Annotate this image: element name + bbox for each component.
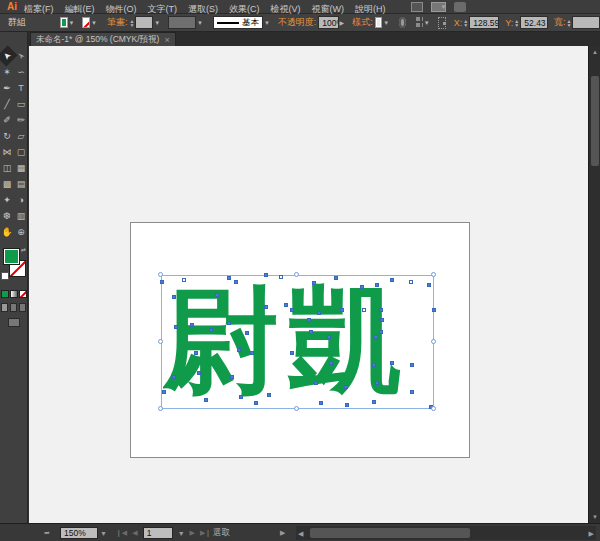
scroll-down-icon[interactable]: ▼ (589, 511, 600, 523)
anchor-point[interactable] (432, 308, 436, 312)
draw-normal-button[interactable] (1, 303, 8, 312)
width-field[interactable] (572, 16, 600, 29)
anchor-point[interactable] (284, 303, 288, 307)
bounding-box-handle[interactable] (431, 272, 436, 277)
anchor-point[interactable] (340, 308, 344, 312)
pencil-tool[interactable]: ✏ (14, 112, 28, 128)
anchor-point[interactable] (319, 401, 323, 405)
anchor-point[interactable] (372, 363, 376, 367)
chevron-right-icon[interactable]: ▶ (340, 19, 345, 26)
default-fill-stroke-icon[interactable] (1, 272, 9, 280)
chevron-down-icon[interactable]: ▼ (154, 20, 160, 26)
bounding-box-handle[interactable] (294, 272, 299, 277)
document-tab[interactable]: 未命名-1* @ 150% (CMYK/預視) × (30, 32, 176, 46)
anchor-point[interactable] (230, 375, 234, 379)
horizontal-scrollbar[interactable]: ◀ ▶ (296, 526, 596, 540)
chevron-down-icon[interactable]: ▼ (424, 20, 430, 26)
close-icon[interactable]: × (164, 35, 169, 45)
align-icon[interactable] (416, 17, 423, 28)
anchor-point[interactable] (264, 273, 268, 277)
last-artboard-icon[interactable]: ▶❙ (200, 529, 211, 537)
color-button[interactable] (1, 290, 9, 298)
magic-wand-tool[interactable]: ✶ (0, 64, 14, 80)
blend-tool[interactable]: ◑ (14, 192, 28, 208)
anchor-point[interactable] (182, 278, 186, 282)
fill-color-swatch[interactable] (60, 17, 68, 28)
brush-definition-dropdown[interactable]: 基本 (213, 16, 263, 29)
menu-item[interactable]: 物件(O) (106, 4, 137, 14)
anchor-point[interactable] (374, 335, 378, 339)
anchor-point[interactable] (227, 276, 231, 280)
anchor-point[interactable] (375, 283, 379, 287)
y-stepper[interactable]: ▲▼ (514, 19, 519, 27)
anchor-point[interactable] (197, 371, 201, 375)
width-stepper[interactable]: ▲▼ (566, 19, 571, 27)
anchor-point[interactable] (329, 361, 333, 365)
vertical-scroll-thumb[interactable] (591, 76, 599, 166)
anchor-point[interactable] (254, 401, 258, 405)
pen-tool[interactable]: ✒ (0, 80, 14, 96)
anchor-point[interactable] (162, 390, 166, 394)
anchor-point[interactable] (312, 281, 316, 285)
bounding-box-handle[interactable] (158, 406, 163, 411)
swap-fill-stroke-icon[interactable]: ⇄ (21, 246, 26, 253)
bounding-box-handle[interactable] (294, 406, 299, 411)
bounding-box-handle[interactable] (431, 406, 436, 411)
anchor-point[interactable] (317, 311, 321, 315)
anchor-point[interactable] (390, 278, 394, 282)
zoom-level-field[interactable]: 150% (60, 527, 98, 539)
scroll-right-icon[interactable]: ▶ (589, 530, 594, 538)
anchor-point[interactable] (204, 398, 208, 402)
screen-mode-button[interactable] (8, 318, 20, 327)
anchor-point[interactable] (237, 348, 241, 352)
anchor-point[interactable] (279, 275, 283, 279)
free-transform-tool[interactable]: ▢ (14, 144, 28, 160)
width-tool[interactable]: ⋈ (0, 144, 14, 160)
bounding-box-handle[interactable] (158, 272, 163, 277)
lasso-tool[interactable]: ∽ (14, 64, 28, 80)
arrange-documents-icon[interactable] (411, 2, 423, 12)
anchor-point[interactable] (174, 325, 178, 329)
scroll-left-icon[interactable]: ◀ (298, 530, 303, 538)
anchor-point[interactable] (250, 351, 254, 355)
menu-item[interactable]: 視窗(W) (312, 4, 345, 14)
anchor-point[interactable] (410, 363, 414, 367)
anchor-point[interactable] (194, 351, 198, 355)
x-stepper[interactable]: ▲▼ (463, 19, 468, 27)
y-field[interactable]: 52.43 mm (520, 16, 548, 29)
shape-builder-tool[interactable]: ◫ (0, 160, 14, 176)
fill-swatch[interactable] (3, 248, 20, 265)
anchor-point[interactable] (334, 276, 338, 280)
previous-artboard-icon[interactable]: ◀ (132, 529, 137, 537)
anchor-point[interactable] (209, 328, 213, 332)
vertical-scrollbar[interactable]: ▲ ▼ (588, 46, 600, 523)
next-artboard-icon[interactable]: ▶ (190, 529, 195, 537)
chevron-down-icon[interactable]: ▼ (69, 20, 75, 26)
anchor-point[interactable] (264, 305, 268, 309)
anchor-point[interactable] (314, 381, 318, 385)
anchor-point[interactable] (234, 280, 238, 284)
width-profile-dropdown[interactable] (168, 16, 196, 29)
draw-behind-button[interactable] (10, 303, 17, 312)
artboard-dropdown-icon[interactable]: ▼ (178, 530, 185, 537)
opacity-field[interactable]: 100% (318, 16, 338, 29)
menu-item[interactable]: 選取(S) (188, 4, 218, 14)
menu-item[interactable]: 檔案(F) (24, 4, 54, 14)
selection-bounding-box[interactable] (161, 275, 434, 409)
anchor-point[interactable] (410, 390, 414, 394)
stroke-weight-field[interactable] (135, 16, 153, 29)
perspective-grid-tool[interactable]: ▦ (14, 160, 28, 176)
transform-reference-icon[interactable] (438, 17, 446, 29)
anchor-point[interactable] (427, 283, 431, 287)
anchor-point[interactable] (360, 285, 364, 289)
menu-item[interactable]: 效果(C) (229, 4, 260, 14)
anchor-point[interactable] (379, 308, 383, 312)
artboard-number-field[interactable]: 1 (143, 527, 173, 539)
chevron-down-icon[interactable]: ▼ (197, 20, 203, 26)
anchor-point[interactable] (379, 330, 383, 334)
column-graph-tool[interactable]: ▥ (14, 208, 28, 224)
rotate-tool[interactable]: ↻ (0, 128, 14, 144)
anchor-point[interactable] (160, 280, 164, 284)
gradient-button[interactable] (10, 290, 18, 298)
zoom-tool[interactable]: ⊕ (14, 224, 28, 240)
